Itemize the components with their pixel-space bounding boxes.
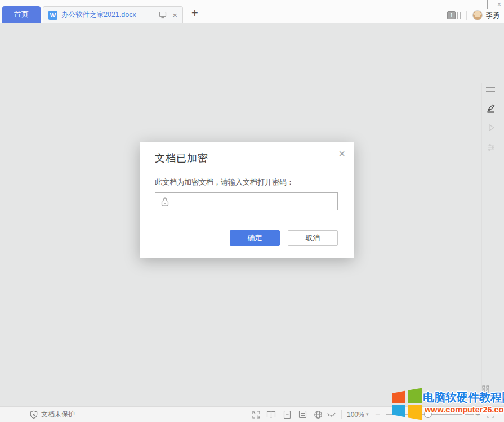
zoom-in-button[interactable]: + [475,409,480,419]
maximize-icon[interactable] [487,1,488,8]
wps-writer-icon: W [48,11,57,20]
tab-home-label: 首页 [14,10,29,20]
page-view-icon[interactable] [282,410,292,419]
window-close-icon[interactable]: × [497,1,501,8]
monitor-icon[interactable] [159,11,167,19]
tab-document-label: 办公软件之家2021.docx [61,10,155,20]
dialog-close-icon[interactable]: × [338,148,345,159]
toolbar-handle-icon[interactable] [486,87,496,92]
ok-button[interactable]: 确定 [230,230,280,246]
protection-status[interactable]: 文档未保护 [29,407,75,422]
status-bar: 文档未保护 [0,406,504,422]
zoom-out-button[interactable]: − [375,409,380,419]
text-cursor [176,197,176,206]
read-mode-icon[interactable] [266,410,276,419]
minimize-icon[interactable]: — [470,1,477,8]
user-name: 李勇 [486,11,499,20]
tab-close-icon[interactable]: × [172,11,177,19]
statusbar-divider [341,410,342,419]
pen-annotate-icon[interactable] [486,104,496,113]
window-controls: — × [470,1,501,8]
zoom-level[interactable]: 100% [347,411,364,419]
dialog-message: 此文档为加密文档，请输入文档打开密码： [155,177,294,187]
avatar[interactable] [472,10,483,20]
collapsed-panel-bars-icon [457,12,461,19]
adjust-settings-icon[interactable] [486,143,496,152]
play-preview-icon[interactable] [486,123,496,132]
dialog-title: 文档已加密 [155,151,208,165]
outline-view-icon[interactable] [298,410,307,419]
watermark-site-name: 电脑软硬件教程网 [423,390,504,405]
right-panel-divider [481,83,482,406]
notification-badge[interactable]: 1 [447,11,456,19]
apps-grid-icon[interactable] [482,385,489,393]
new-tab-button[interactable]: + [191,7,198,19]
password-input[interactable] [175,194,335,209]
fit-page-icon[interactable] [486,410,495,419]
tab-home[interactable]: 首页 [2,6,41,23]
maximize-box [487,0,488,9]
password-input-box[interactable] [155,192,338,210]
cancel-button[interactable]: 取消 [288,230,338,246]
lock-icon [160,197,170,207]
zoom-slider-handle[interactable] [424,410,432,418]
wps-application-window: 首页 W 办公软件之家2021.docx × + — × 1 李勇 [0,0,504,422]
fullscreen-icon[interactable] [251,410,261,419]
tab-bar: 首页 W 办公软件之家2021.docx × + [0,0,504,23]
web-layout-icon[interactable] [313,410,323,419]
tab-document[interactable]: W 办公软件之家2021.docx × [43,6,183,23]
shield-unprotected-icon [29,410,38,419]
user-divider [466,11,467,20]
eye-protection-icon[interactable] [327,410,336,419]
protection-label: 文档未保护 [41,410,75,419]
zoom-dropdown-caret-icon[interactable]: ▾ [366,411,369,417]
user-area: 1 李勇 [447,10,499,20]
password-dialog: 文档已加密 × 此文档为加密文档，请输入文档打开密码： 确定 取消 [140,142,354,258]
